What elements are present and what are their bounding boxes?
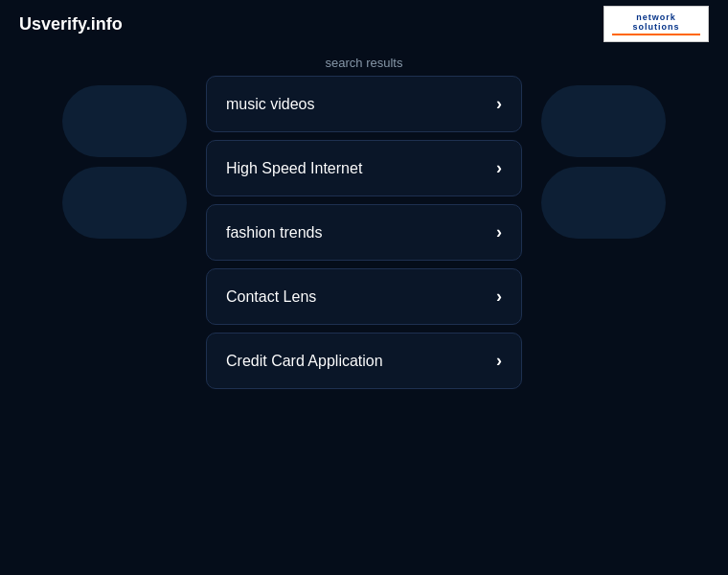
network-solutions-badge[interactable]: network solutions — [603, 6, 709, 42]
right-pill-1 — [541, 85, 666, 157]
right-decorative-pills — [541, 76, 666, 239]
chevron-icon-2: › — [496, 158, 502, 178]
chevron-icon-1: › — [496, 94, 502, 114]
link-item[interactable]: Contact Lens› — [206, 268, 522, 325]
site-title: Usverify.info — [19, 14, 123, 34]
left-pill-1 — [62, 85, 187, 157]
main-content: music videos›High Speed Internet›fashion… — [0, 76, 728, 389]
links-list: music videos›High Speed Internet›fashion… — [206, 76, 522, 389]
chevron-icon-4: › — [496, 287, 502, 307]
link-text-1: music videos — [226, 96, 314, 113]
link-text-3: fashion trends — [226, 224, 323, 242]
right-pill-2 — [541, 167, 666, 239]
link-item[interactable]: music videos› — [206, 76, 522, 132]
left-pill-2 — [62, 167, 187, 239]
ns-underline — [612, 34, 700, 35]
link-item[interactable]: fashion trends› — [206, 204, 522, 261]
search-label: search results — [0, 48, 728, 76]
header: Usverify.info network solutions — [0, 0, 728, 48]
left-decorative-pills — [62, 76, 187, 239]
bottom-area — [0, 518, 728, 575]
ns-line2: solutions — [633, 22, 680, 32]
link-item[interactable]: Credit Card Application› — [206, 333, 522, 389]
link-text-4: Contact Lens — [226, 288, 316, 306]
link-text-2: High Speed Internet — [226, 160, 362, 177]
link-text-5: Credit Card Application — [226, 353, 383, 370]
chevron-icon-3: › — [496, 222, 502, 242]
ns-line1: network — [636, 12, 676, 22]
link-item[interactable]: High Speed Internet› — [206, 140, 522, 196]
chevron-icon-5: › — [496, 351, 502, 371]
